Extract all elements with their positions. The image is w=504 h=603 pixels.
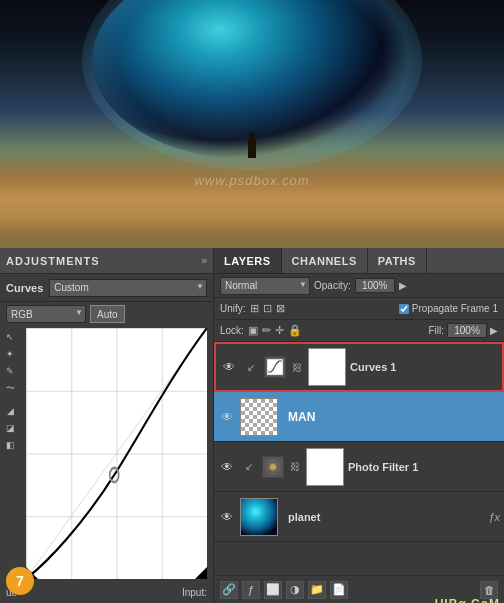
indent-arrow-photofilter: ↙ [245, 461, 253, 472]
curves-preset-select[interactable]: Custom Default Strong Contrast [49, 279, 207, 297]
indent-arrow-curves1: ↙ [247, 362, 255, 373]
layers-panel: LAYERS CHANNELS PATHS Normal Multiply Sc… [214, 248, 504, 603]
panel-expand-icon[interactable]: » [201, 255, 207, 266]
curve-tools: ↖ ✦ ✎ 〜 ◢ ◪ ◧ [0, 326, 20, 581]
opacity-label: Opacity: [314, 280, 351, 291]
curve-main-area: ↖ ✦ ✎ 〜 ◢ ◪ ◧ [0, 326, 213, 581]
layer-mask-curves1 [308, 348, 346, 386]
layer-thumb-man [240, 398, 278, 436]
lock-position-icon[interactable]: ✛ [275, 324, 284, 337]
tab-paths[interactable]: PATHS [368, 248, 427, 273]
propagate-label: Propagate Frame 1 [412, 303, 498, 314]
eyedropper-black-icon[interactable]: ◢ [3, 404, 17, 418]
adjustments-title: ADJUSTMENTS [6, 255, 100, 267]
adjustments-panel: ADJUSTMENTS » Curves Custom Default Stro… [0, 248, 214, 603]
channel-select[interactable]: RGB Red Green Blue [6, 305, 86, 323]
layer-indent-photofilter: ↙ [240, 461, 258, 472]
unify-label: Unify: [220, 303, 246, 314]
layer-row-planet[interactable]: 👁 planet ƒx [214, 492, 504, 542]
tab-layers[interactable]: LAYERS [214, 248, 282, 273]
curves-label: Curves [6, 282, 43, 294]
layer-chain-curves1: ⛓ [290, 360, 304, 374]
link-layers-button[interactable]: 🔗 [220, 581, 238, 599]
layer-adj-icon-curves1 [264, 356, 286, 378]
lock-all-icon[interactable]: 🔒 [288, 324, 302, 337]
draw-tool-icon[interactable]: ✎ [3, 364, 17, 378]
layer-indent-curves1: ↙ [242, 362, 260, 373]
curves-row: Curves Custom Default Strong Contrast [0, 274, 213, 302]
uibq-watermark: UIBα.CoM [435, 597, 500, 603]
opacity-arrow[interactable]: ▶ [399, 280, 407, 291]
delete-layer-button[interactable]: 🗑 [480, 581, 498, 599]
layer-name-planet: planet [288, 511, 484, 523]
layer-name-curves1: Curves 1 [350, 361, 498, 373]
unify-icon3[interactable]: ⊠ [276, 302, 285, 315]
lock-label: Lock: [220, 325, 244, 336]
layer-thumb-planet [240, 498, 278, 536]
curves-preset-dropdown[interactable]: Custom Default Strong Contrast [49, 279, 207, 297]
blend-mode-select[interactable]: Normal Multiply Screen Overlay [220, 277, 310, 295]
layer-fx-icon: ƒx [488, 511, 500, 523]
add-style-button[interactable]: ƒ [242, 581, 260, 599]
curve-display[interactable] [26, 328, 207, 579]
channel-dropdown[interactable]: RGB Red Green Blue [6, 305, 86, 323]
fill-area: Fill: 100% ▶ [428, 323, 498, 338]
rgb-row: RGB Red Green Blue Auto [0, 302, 213, 326]
fill-arrow[interactable]: ▶ [490, 325, 498, 336]
fill-label: Fill: [428, 325, 444, 336]
figure-element [248, 138, 256, 158]
propagate-checkbox[interactable] [399, 304, 409, 314]
auto-button[interactable]: Auto [90, 305, 125, 323]
photo-watermark: www.psdbox.com [194, 173, 309, 188]
adjustments-inner: RGB Red Green Blue Auto ↖ ✦ ✎ 〜 ◢ ◪ ◧ [0, 302, 213, 603]
layer-name-photofilter: Photo Filter 1 [348, 461, 500, 473]
lock-paint-icon[interactable]: ✏ [262, 324, 271, 337]
step-badge: 7 [6, 567, 34, 595]
layer-chain-photofilter: ⛓ [288, 460, 302, 474]
select-tool-icon[interactable]: ↖ [3, 330, 17, 344]
layer-visibility-curves1[interactable]: 👁 [220, 358, 238, 376]
curve-svg[interactable] [26, 328, 207, 579]
layer-name-man: MAN [288, 410, 500, 424]
layer-visibility-photofilter[interactable]: 👁 [218, 458, 236, 476]
adjustments-header: ADJUSTMENTS » [0, 248, 213, 274]
layer-mask-photofilter [306, 448, 344, 486]
layer-adj-icon-photofilter [262, 456, 284, 478]
unify-icon2[interactable]: ⊡ [263, 302, 272, 315]
tab-channels[interactable]: CHANNELS [282, 248, 368, 273]
propagate-area: Propagate Frame 1 [399, 303, 498, 314]
new-fill-button[interactable]: ◑ [286, 581, 304, 599]
blend-mode-dropdown[interactable]: Normal Multiply Screen Overlay [220, 277, 310, 295]
eyedropper-white-icon[interactable]: ◧ [3, 438, 17, 452]
layers-tab-bar: LAYERS CHANNELS PATHS [214, 248, 504, 274]
smooth-tool-icon[interactable]: 〜 [3, 381, 17, 395]
unify-icon1[interactable]: ⊞ [250, 302, 259, 315]
new-layer-button[interactable]: 📄 [330, 581, 348, 599]
lock-transparency-icon[interactable]: ▣ [248, 324, 258, 337]
layer-visibility-man[interactable]: 👁 [218, 408, 236, 426]
layer-row-photofilter[interactable]: 👁 ↙ ⛓ Photo Filter 1 [214, 442, 504, 492]
blend-mode-row: Normal Multiply Screen Overlay Opacity: … [214, 274, 504, 298]
fill-value[interactable]: 100% [447, 323, 487, 338]
point-tool-icon[interactable]: ✦ [3, 347, 17, 361]
unify-row: Unify: ⊞ ⊡ ⊠ Propagate Frame 1 [214, 298, 504, 320]
svg-point-6 [270, 464, 276, 470]
add-mask-button[interactable]: ⬜ [264, 581, 282, 599]
lock-row: Lock: ▣ ✏ ✛ 🔒 Fill: 100% ▶ [214, 320, 504, 342]
photo-canvas: www.psdbox.com [0, 0, 504, 248]
opacity-value[interactable]: 100% [355, 278, 395, 293]
layer-visibility-planet[interactable]: 👁 [218, 508, 236, 526]
layer-row-curves1[interactable]: 👁 ↙ ⛓ Curves 1 [214, 342, 504, 392]
eyedropper-gray-icon[interactable]: ◪ [3, 421, 17, 435]
input-label: Input: [182, 587, 207, 598]
new-group-button[interactable]: 📁 [308, 581, 326, 599]
layer-row-man[interactable]: 👁 MAN [214, 392, 504, 442]
